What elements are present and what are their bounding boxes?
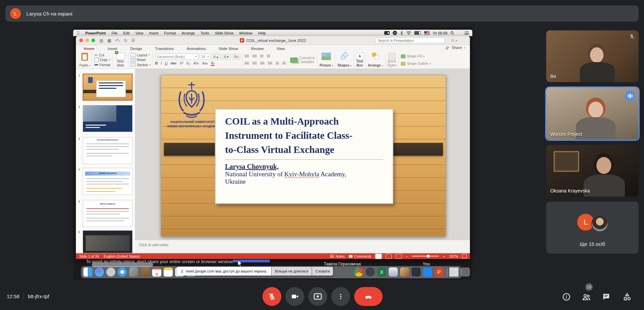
notes-toggle[interactable]: Notes	[330, 254, 345, 258]
calendar-icon[interactable]: 9	[152, 267, 161, 277]
bold-button[interactable]: B	[155, 61, 158, 65]
bullets-button[interactable]	[245, 55, 249, 58]
menu-arrange[interactable]: Arrange	[181, 31, 195, 35]
battery-icon[interactable]	[414, 31, 421, 35]
video-tile-you[interactable]: Ви	[546, 30, 639, 82]
menu-view[interactable]: View	[135, 31, 143, 35]
tab-view[interactable]: View	[275, 46, 287, 51]
new-file-icon[interactable]: ▤	[100, 38, 103, 43]
shrink-font-button[interactable]: A▼	[222, 54, 231, 60]
text-box-button[interactable]: A TextBox	[354, 52, 366, 68]
decrease-indent-button[interactable]	[260, 55, 263, 58]
video-tile-oksana[interactable]: Oksana Krayevska	[546, 145, 639, 197]
leave-call-button[interactable]	[354, 287, 383, 306]
zoom-in-button[interactable]: +	[443, 254, 445, 258]
redo-icon[interactable]: ↻	[124, 38, 127, 43]
section-button[interactable]: Section ▾	[131, 62, 151, 67]
trash-icon[interactable]	[461, 267, 470, 277]
chrome-icon[interactable]	[354, 267, 363, 277]
activities-button[interactable]	[622, 292, 632, 303]
font-name-select[interactable]: Garamond (Body)▾	[155, 54, 198, 60]
toolbar-options-icon[interactable]: ☰	[131, 38, 135, 43]
meeting-details-button[interactable]	[562, 292, 571, 303]
grow-font-button[interactable]: A▲	[212, 54, 221, 60]
close-window-button[interactable]	[79, 38, 83, 42]
camera-toggle-button[interactable]	[285, 287, 304, 306]
zoom-slider[interactable]	[412, 256, 439, 257]
notes-pane[interactable]: Click to add notes	[135, 240, 470, 253]
wifi-icon[interactable]	[406, 31, 411, 35]
utility-app-icon[interactable]	[412, 267, 421, 277]
justify-button[interactable]	[268, 62, 272, 65]
slide-thumbnail-4[interactable]: NaUKMA international	[83, 168, 133, 195]
tab-slideshow[interactable]: Slide Show	[217, 46, 240, 51]
menu-help[interactable]: Help	[258, 31, 266, 35]
arrange-button[interactable]: Arrange ▾	[366, 52, 385, 68]
collapse-ribbon-icon[interactable]: ▴	[464, 46, 465, 49]
excel-icon[interactable]: X	[377, 267, 386, 277]
copy-button[interactable]: Copy ▾	[94, 58, 110, 62]
menubar-badge-icon[interactable]: 137	[393, 31, 397, 35]
slide-thumbnail-1[interactable]	[83, 74, 133, 101]
numbering-button[interactable]	[252, 55, 257, 58]
menu-file[interactable]: File	[112, 31, 118, 35]
menu-insert[interactable]: Insert	[149, 31, 159, 35]
present-button[interactable]	[308, 287, 327, 306]
clear-formatting-button[interactable]: A⦻	[232, 54, 240, 60]
stop-sharing-button[interactable]: Більше не ділитися	[272, 267, 312, 276]
safari-icon[interactable]	[118, 267, 127, 277]
menu-format[interactable]: Format	[164, 31, 176, 35]
screen-record-icon[interactable]	[384, 31, 390, 35]
slide-thumbnail-2[interactable]	[83, 105, 133, 132]
font-size-select[interactable]: 34▾	[200, 54, 211, 60]
paste-button[interactable]: Paste ▾	[77, 52, 92, 68]
fit-slide-icon[interactable]	[462, 254, 467, 258]
slide-title-block[interactable]: COIL as a Multi-Approach Instrument to F…	[215, 109, 393, 204]
search-input[interactable]	[375, 37, 445, 43]
normal-view-button[interactable]	[375, 254, 382, 259]
hide-notification-button[interactable]: Сховати	[312, 267, 333, 276]
undo-icon[interactable]: ↶▾	[115, 38, 120, 43]
zoom-level[interactable]: 107%	[449, 254, 458, 258]
columns-button[interactable]	[282, 62, 286, 65]
keyboard-layout-flag-icon[interactable]	[424, 31, 430, 35]
tab-transitions[interactable]: Transitions	[153, 46, 176, 51]
powerpoint-dock-icon[interactable]: P	[435, 267, 444, 277]
tab-animations[interactable]: Animations	[185, 46, 208, 51]
notes-icon[interactable]	[164, 267, 173, 277]
apple-menu-icon[interactable]: 	[77, 31, 80, 35]
finder-icon[interactable]	[83, 267, 92, 277]
align-center-button[interactable]	[252, 62, 257, 65]
slide-sorter-view-button[interactable]	[386, 254, 392, 259]
increase-indent-button[interactable]	[267, 55, 270, 58]
shape-fill-button[interactable]: Shape Fill ▾	[401, 54, 431, 59]
siri-icon-dock[interactable]	[95, 267, 104, 277]
mic-toggle-button[interactable]	[262, 287, 281, 306]
comments-toggle[interactable]: Comments	[349, 254, 371, 258]
minimize-window-button[interactable]	[85, 38, 89, 42]
align-right-button[interactable]	[260, 62, 264, 65]
line-spacing-button[interactable]	[276, 62, 279, 65]
participants-button[interactable]	[582, 292, 591, 303]
shape-outline-button[interactable]: Shape Outline ▾	[401, 61, 431, 66]
slide-canvas[interactable]: НАЦІОНАЛЬНИЙ УНІВЕРСИТЕТ «КИЄВО-МОГИЛЯНС…	[161, 75, 446, 236]
strikethrough-button[interactable]: abc	[171, 61, 177, 65]
quick-styles-button[interactable]: QuickStyles	[385, 52, 399, 68]
facetime-icon[interactable]	[423, 267, 432, 277]
subscript-button[interactable]: X₂	[186, 61, 190, 65]
tab-home[interactable]: Home	[81, 46, 97, 51]
photos-icon[interactable]	[129, 267, 138, 277]
tab-review[interactable]: Review	[249, 46, 266, 51]
launchpad-icon[interactable]	[106, 267, 115, 277]
slide-thumbnail-5[interactable]: VIRTUAL MOBILITY	[83, 200, 133, 227]
align-left-button[interactable]	[245, 62, 249, 65]
zoom-out-button[interactable]: −	[406, 254, 408, 258]
italic-button[interactable]: I	[161, 61, 162, 65]
menubar-clock[interactable]: Чт 05:58	[433, 31, 447, 35]
contacts-icon[interactable]	[141, 267, 150, 277]
minimized-window-thumb[interactable]	[449, 267, 458, 277]
more-options-button[interactable]	[331, 287, 350, 306]
tab-design[interactable]: Design	[128, 46, 144, 51]
overflow-tile[interactable]: L Ще 15 осіб	[546, 202, 639, 254]
notification-center-icon[interactable]	[465, 31, 469, 34]
